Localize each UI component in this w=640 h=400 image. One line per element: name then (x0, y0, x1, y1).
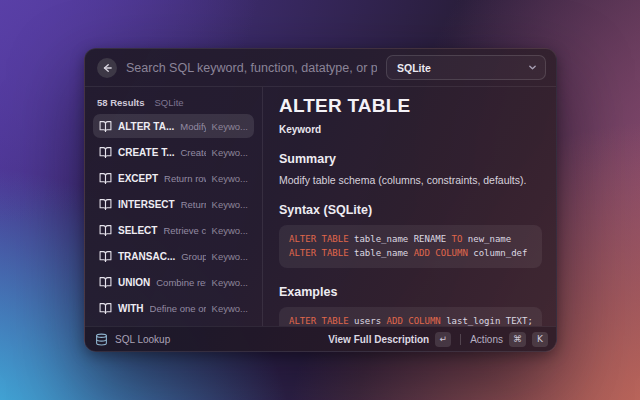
filter-dropdown[interactable]: SQLite (386, 55, 546, 80)
result-subtitle: Modify ta... (180, 121, 205, 132)
book-icon (99, 302, 112, 315)
results-scope: SQLite (155, 97, 184, 108)
code-keyword: ADD COLUMN (387, 316, 441, 326)
detail-sections: SummaryModify table schema (columns, con… (279, 152, 542, 326)
result-title: ALTER TA... (118, 121, 174, 132)
view-full-description-button[interactable]: View Full Description (328, 334, 429, 345)
back-arrow-icon (102, 63, 112, 73)
database-icon (95, 333, 108, 346)
result-accessory: Keywo... (212, 251, 248, 262)
result-accessory: Keywo... (212, 277, 248, 288)
section-syntax-sqlite: Syntax (SQLite)ALTER TABLE table_name RE… (279, 203, 542, 268)
back-button[interactable] (97, 58, 117, 78)
result-row-union[interactable]: UNIONCombine resul...Keywo... (93, 270, 254, 294)
result-title: UNION (118, 277, 150, 288)
code-block: ALTER TABLE users ADD COLUMN last_login … (279, 307, 542, 326)
result-subtitle: Return rows f... (164, 173, 206, 184)
main-content: 58 Results SQLite ALTER TA...Modify ta..… (85, 87, 556, 326)
detail-title: ALTER TABLE (279, 95, 542, 117)
results-count: 58 Results (97, 97, 145, 108)
code-text: users (349, 316, 387, 326)
code-text: new_name (462, 234, 511, 244)
result-row-select[interactable]: SELECTRetrieve colu...Keywo... (93, 218, 254, 242)
result-row-intersect[interactable]: INTERSECTReturn ro...Keywo... (93, 192, 254, 216)
book-icon (99, 198, 112, 211)
code-keyword: ADD COLUMN (414, 248, 468, 258)
result-row-with[interactable]: WITHDefine one or m...Keywo... (93, 296, 254, 320)
detail-panel: ALTER TABLE Keyword SummaryModify table … (263, 87, 556, 326)
footer-bar: SQL Lookup View Full Description ↵ Actio… (85, 326, 556, 351)
footer-app: SQL Lookup (95, 333, 328, 346)
section-heading: Summary (279, 152, 542, 166)
code-keyword: ALTER TABLE (289, 248, 349, 258)
chevron-down-icon (528, 63, 537, 72)
code-keyword: ALTER TABLE (289, 316, 349, 326)
book-icon (99, 250, 112, 263)
enter-key-badge: ↵ (435, 332, 451, 347)
result-accessory: Keywo... (212, 225, 248, 236)
filter-dropdown-label: SQLite (397, 62, 522, 74)
section-heading: Examples (279, 285, 542, 299)
book-icon (99, 172, 112, 185)
section-examples: ExamplesALTER TABLE users ADD COLUMN las… (279, 285, 542, 326)
cmd-key-badge: ⌘ (509, 332, 526, 347)
result-accessory: Keywo... (212, 303, 248, 314)
result-subtitle: Retrieve colu... (163, 225, 205, 236)
book-icon (99, 276, 112, 289)
sql-lookup-window: SQLite 58 Results SQLite ALTER TA...Modi… (84, 48, 557, 352)
code-keyword: ALTER TABLE (289, 234, 349, 244)
code-text: column_def (468, 248, 528, 258)
k-key-badge: K (532, 332, 548, 347)
code-text: table_name (349, 248, 414, 258)
section-summary: SummaryModify table schema (columns, con… (279, 152, 542, 186)
footer-actions: View Full Description ↵ Actions ⌘ K (328, 332, 548, 347)
result-row-alter-ta[interactable]: ALTER TA...Modify ta...Keywo... (93, 114, 254, 138)
section-heading: Syntax (SQLite) (279, 203, 542, 217)
result-subtitle: Create a... (180, 147, 205, 158)
results-list: ALTER TA...Modify ta...Keywo...CREATE T.… (93, 114, 254, 326)
result-accessory: Keywo... (212, 199, 248, 210)
result-accessory: Keywo... (212, 173, 248, 184)
results-panel: 58 Results SQLite ALTER TA...Modify ta..… (85, 87, 263, 326)
footer-divider (460, 334, 461, 345)
book-icon (99, 146, 112, 159)
result-accessory: Keywo... (212, 121, 248, 132)
section-text: Modify table schema (columns, constraint… (279, 174, 542, 186)
result-title: WITH (118, 303, 144, 314)
result-title: SELECT (118, 225, 157, 236)
code-text: last_login TEXT; (441, 316, 533, 326)
result-title: TRANSAC... (118, 251, 175, 262)
results-header: 58 Results SQLite (93, 93, 254, 114)
result-title: INTERSECT (118, 199, 175, 210)
book-icon (99, 120, 112, 133)
actions-button[interactable]: Actions (470, 334, 503, 345)
result-title: EXCEPT (118, 173, 158, 184)
code-text: table_name RENAME (349, 234, 452, 244)
search-input[interactable] (126, 61, 377, 75)
result-row-transac[interactable]: TRANSAC...Group st...Keywo... (93, 244, 254, 268)
result-subtitle: Define one or m... (150, 303, 206, 314)
result-subtitle: Group st... (181, 251, 205, 262)
code-keyword: TO (452, 234, 463, 244)
result-row-create-t[interactable]: CREATE T...Create a...Keywo... (93, 140, 254, 164)
result-row-except[interactable]: EXCEPTReturn rows f...Keywo... (93, 166, 254, 190)
result-accessory: Keywo... (212, 147, 248, 158)
result-subtitle: Combine resul... (156, 277, 205, 288)
search-bar: SQLite (85, 49, 556, 87)
result-subtitle: Return ro... (181, 199, 206, 210)
book-icon (99, 224, 112, 237)
code-block: ALTER TABLE table_name RENAME TO new_nam… (279, 225, 542, 268)
result-title: CREATE T... (118, 147, 174, 158)
detail-type-badge: Keyword (279, 124, 542, 135)
app-name: SQL Lookup (115, 334, 170, 345)
